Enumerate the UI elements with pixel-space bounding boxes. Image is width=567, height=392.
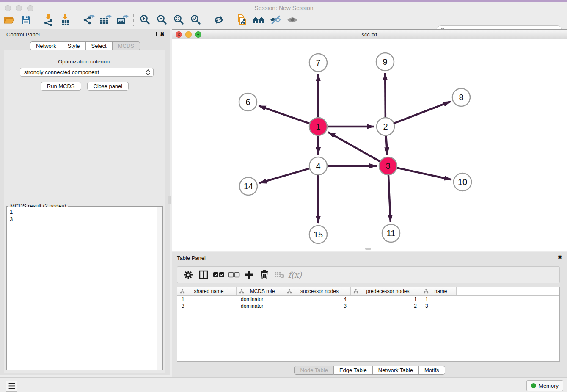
graph-edge-2-8[interactable] <box>394 102 451 123</box>
zoom-fit-icon[interactable] <box>172 14 186 26</box>
function-builder-icon[interactable]: f(x) <box>287 268 303 282</box>
control-panel-title: Control Panel <box>6 31 40 38</box>
control-panel: Control Panel ✖ NetworkStyleSelectMCDS O… <box>0 29 170 375</box>
graph-edge-2-3[interactable] <box>386 136 387 155</box>
network-window-titlebar[interactable]: ✕ – + scc.txt <box>172 30 567 39</box>
network-canvas[interactable]: 1234678910111415 <box>172 39 567 251</box>
select-all-icon[interactable] <box>211 268 226 282</box>
table-cell[interactable]: 3 <box>177 303 237 309</box>
column-flow-icon <box>353 289 358 294</box>
graph-edge-3-1[interactable] <box>328 132 380 161</box>
close-panel-icon[interactable]: ✖ <box>558 255 562 259</box>
toolbar-separator <box>230 14 231 26</box>
export-image-icon[interactable] <box>115 14 129 26</box>
table-cell[interactable]: 1 <box>177 296 237 302</box>
graph-node-label: 6 <box>245 97 250 107</box>
table-panel: Table Panel ✖ <box>172 252 567 377</box>
table-settings-icon[interactable] <box>181 268 196 282</box>
export-network-icon[interactable] <box>81 14 96 26</box>
tab-select[interactable]: Select <box>86 41 113 50</box>
panel-splitter-grip[interactable] <box>168 196 171 204</box>
hide-selected-icon[interactable] <box>268 14 283 26</box>
memory-button[interactable]: Memory <box>526 380 563 391</box>
add-row-icon[interactable] <box>242 268 257 282</box>
main-toolbar <box>0 12 567 28</box>
optimization-criterion-label: Optimization criterion: <box>4 58 165 65</box>
zoom-out-icon[interactable] <box>155 14 169 26</box>
graph-node-label: 4 <box>316 161 320 171</box>
graph-edge-2-9[interactable] <box>385 73 385 117</box>
zoom-in-icon[interactable] <box>138 14 152 26</box>
column-header-successor-nodes[interactable]: successor nodes <box>284 287 351 295</box>
table-header-row: shared nameMCDS rolesuccessor nodesprede… <box>177 287 559 296</box>
delete-table-icon[interactable] <box>272 268 287 282</box>
show-hidden-icon[interactable] <box>285 14 300 26</box>
table-cell[interactable]: 3 <box>284 303 351 309</box>
export-table-icon[interactable] <box>98 14 113 26</box>
application-window: Session: New Session <box>0 0 567 392</box>
status-bar: Memory <box>0 377 567 392</box>
tab-network[interactable]: Network <box>30 41 62 50</box>
graph-edge-1-6[interactable] <box>259 106 309 124</box>
table-toolbar: f(x) <box>177 266 560 283</box>
tab-network-table[interactable]: Network Table <box>373 366 419 375</box>
tab-motifs[interactable]: Motifs <box>419 366 445 375</box>
close-panel-icon[interactable]: ✖ <box>160 32 165 36</box>
float-panel-icon[interactable] <box>152 32 157 36</box>
apply-layout-icon[interactable] <box>212 14 226 26</box>
zoom-selected-icon[interactable] <box>189 14 203 26</box>
table-cell[interactable]: 4 <box>284 296 351 302</box>
float-panel-icon[interactable] <box>550 255 554 259</box>
column-label: MCDS role <box>244 288 284 294</box>
graph-edge-3-11[interactable] <box>388 175 391 222</box>
column-header-MCDS-role[interactable]: MCDS role <box>237 287 284 295</box>
table-cell[interactable]: 3 <box>421 303 457 309</box>
graph-edge-3-10[interactable] <box>397 168 451 180</box>
result-line: 1 <box>10 208 154 215</box>
column-header-shared-name[interactable]: shared name <box>177 287 237 295</box>
tab-style[interactable]: Style <box>62 41 86 50</box>
graph-node-label: 8 <box>459 93 463 102</box>
toolbar-separator <box>37 14 38 26</box>
table-cell[interactable]: 1 <box>421 296 457 302</box>
table-cell[interactable]: dominator <box>237 296 284 302</box>
tab-edge-table[interactable]: Edge Table <box>334 366 373 375</box>
control-panel-buttons: ✖ <box>152 32 165 36</box>
toolbar-separator <box>207 14 208 26</box>
column-header-predecessor-nodes[interactable]: predecessor nodes <box>351 287 421 295</box>
table-row[interactable]: 3dominator323 <box>177 303 559 309</box>
column-flow-icon <box>424 289 429 294</box>
show-all-icon[interactable] <box>251 14 266 26</box>
canvas-hscroll-thumb[interactable] <box>365 248 371 250</box>
import-network-icon[interactable] <box>41 14 56 26</box>
column-label: successor nodes <box>292 288 350 294</box>
network-title: scc.txt <box>172 31 567 38</box>
run-mcds-button[interactable]: Run MCDS <box>41 82 81 91</box>
table-cell[interactable]: 1 <box>351 296 421 302</box>
table-cell[interactable]: 2 <box>351 303 421 309</box>
graph-edge-4-14[interactable] <box>259 168 309 183</box>
node-table: shared nameMCDS rolesuccessor nodesprede… <box>177 287 560 362</box>
table-body: 1dominator4113dominator323 <box>177 296 559 309</box>
result-scrollbar[interactable] <box>157 207 162 370</box>
table-row[interactable]: 1dominator411 <box>177 296 559 303</box>
column-label: name <box>429 288 456 294</box>
close-panel-button[interactable]: Close panel <box>87 82 129 91</box>
task-history-button[interactable] <box>6 381 17 392</box>
duplicate-network-icon[interactable] <box>234 14 249 26</box>
graph-node-label: 14 <box>244 182 253 191</box>
show-columns-icon[interactable] <box>196 268 211 282</box>
deselect-all-icon[interactable] <box>226 268 242 282</box>
criterion-select[interactable]: strongly connected component <box>20 68 154 77</box>
tab-node-table[interactable]: Node Table <box>294 366 334 375</box>
tab-mcds[interactable]: MCDS <box>113 41 140 50</box>
graph-node-label: 15 <box>314 230 323 239</box>
column-header-name[interactable]: name <box>421 287 457 295</box>
window-title: Session: New Session <box>0 5 567 11</box>
open-file-icon[interactable] <box>2 14 16 26</box>
import-table-icon[interactable] <box>58 14 73 26</box>
delete-icon[interactable] <box>257 268 272 282</box>
graph-node-label: 1 <box>316 122 320 131</box>
table-cell[interactable]: dominator <box>237 303 284 309</box>
save-session-icon[interactable] <box>19 14 33 26</box>
